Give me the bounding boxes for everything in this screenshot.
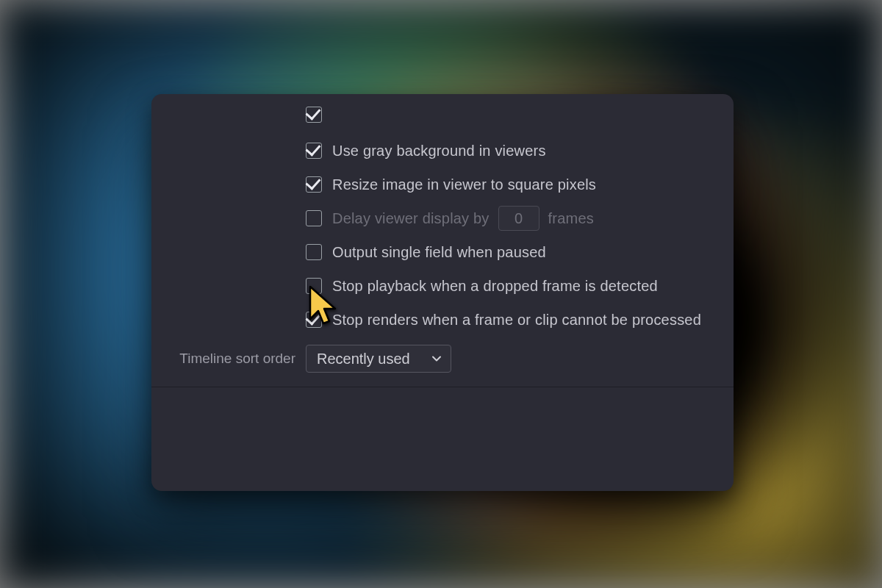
checkbox-stop-renders[interactable] bbox=[306, 312, 322, 328]
label-delay-suffix: frames bbox=[548, 210, 594, 227]
checkbox-output-single-field[interactable] bbox=[306, 244, 322, 260]
select-timeline-sort-value: Recently used bbox=[317, 351, 410, 368]
label-stop-playback: Stop playback when a dropped frame is de… bbox=[332, 278, 658, 295]
chevron-down-icon bbox=[431, 354, 442, 364]
label-gray-bg: Use gray background in viewers bbox=[332, 143, 546, 159]
checkbox-partial[interactable] bbox=[306, 107, 322, 123]
section-divider bbox=[151, 387, 734, 387]
option-row-gray-bg: Use gray background in viewers bbox=[151, 134, 734, 168]
option-row-stop-playback: Stop playback when a dropped frame is de… bbox=[151, 269, 734, 303]
label-delay-viewer: Delay viewer display by bbox=[332, 210, 490, 227]
preferences-panel: Use gray background in viewers Resize im… bbox=[151, 94, 734, 491]
option-row-resize-square: Resize image in viewer to square pixels bbox=[151, 168, 734, 201]
input-delay-frames[interactable]: 0 bbox=[498, 206, 539, 231]
label-output-single-field: Output single field when paused bbox=[332, 244, 546, 261]
checkbox-gray-bg[interactable] bbox=[306, 143, 322, 159]
select-timeline-sort[interactable]: Recently used bbox=[306, 345, 451, 373]
checkbox-resize-square[interactable] bbox=[306, 176, 322, 193]
checkbox-delay-viewer[interactable] bbox=[306, 210, 322, 226]
options-list: Use gray background in viewers Resize im… bbox=[151, 94, 734, 387]
label-resize-square: Resize image in viewer to square pixels bbox=[332, 176, 596, 193]
option-row-output-single-field: Output single field when paused bbox=[151, 235, 734, 269]
checkbox-stop-playback[interactable] bbox=[306, 278, 322, 294]
label-stop-renders: Stop renders when a frame or clip cannot… bbox=[332, 312, 701, 329]
option-row-delay-viewer: Delay viewer display by 0 frames bbox=[151, 201, 734, 235]
row-timeline-sort: Timeline sort order Recently used bbox=[151, 337, 734, 381]
label-timeline-sort: Timeline sort order bbox=[151, 351, 306, 367]
option-row-partial bbox=[151, 110, 734, 134]
option-row-stop-renders: Stop renders when a frame or clip cannot… bbox=[151, 303, 734, 337]
